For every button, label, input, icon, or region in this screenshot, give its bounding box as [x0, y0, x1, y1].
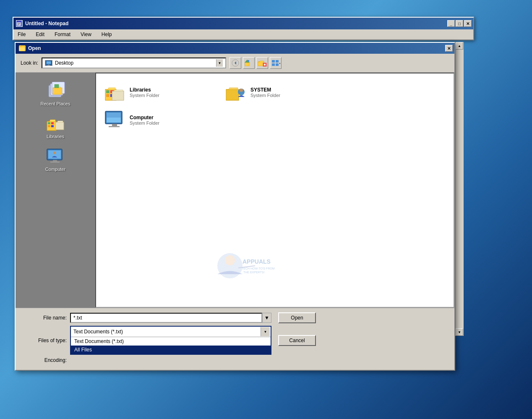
menu-help[interactable]: Help: [100, 31, 114, 38]
bottom-section: File name: ▼ Open Files of type: Text Do…: [21, 312, 449, 363]
look-in-value: Desktop: [55, 60, 214, 66]
files-type-selected[interactable]: Text Documents (*.txt) ▼: [71, 327, 271, 337]
sidebar-item-libraries[interactable]: Libraries: [22, 112, 89, 141]
titlebar-buttons: _ □ ✕: [447, 20, 472, 27]
dialog-scrollbar: ▲ ▼: [455, 42, 464, 336]
back-button[interactable]: [229, 57, 241, 69]
minimize-button[interactable]: _: [447, 20, 455, 27]
files-type-wrapper: Text Documents (*.txt) ▼ Text Documents …: [70, 326, 271, 355]
system-file-icon: [225, 82, 246, 103]
svg-rect-37: [53, 160, 57, 162]
svg-rect-46: [226, 89, 239, 100]
svg-rect-8: [47, 65, 50, 65]
svg-rect-27: [55, 84, 59, 88]
up-button[interactable]: [243, 57, 255, 69]
file-item-libraries[interactable]: Libraries System Folder: [103, 80, 220, 105]
files-type-dropdown: Text Documents (*.txt) All Files: [71, 337, 271, 354]
dialog-bottom: File name: ▼ Open Files of type: Text Do…: [16, 308, 454, 370]
svg-rect-38: [50, 162, 60, 162]
dialog-folder-icon: [19, 45, 26, 51]
svg-rect-18: [272, 60, 275, 63]
svg-rect-30: [51, 122, 54, 124]
sidebar-item-computer[interactable]: Computer: [22, 145, 89, 174]
libraries-label: Libraries: [47, 134, 64, 139]
menu-view[interactable]: View: [79, 31, 93, 38]
new-folder-button[interactable]: [256, 57, 268, 69]
svg-rect-11: [245, 63, 249, 66]
notepad-title: Untitled - Notepad: [25, 21, 68, 26]
dialog-close-button[interactable]: ✕: [445, 45, 453, 52]
file-info-system: SYSTEM System Folder: [250, 87, 280, 98]
look-in-arrow: ▼: [216, 59, 223, 67]
file-info-libraries: Libraries System Folder: [130, 87, 159, 98]
encoding-label: Encoding:: [21, 357, 67, 363]
dialog-title-left: Open: [19, 45, 41, 51]
views-button[interactable]: [270, 57, 282, 69]
sidebar-item-recent-places[interactable]: Recent Places: [22, 79, 89, 109]
libraries-icon-sidebar: [45, 115, 65, 132]
svg-rect-31: [48, 125, 50, 127]
filename-row: File name: ▼ Open: [21, 312, 449, 323]
files-type-container: Text Documents (*.txt) ▼ Text Documents …: [70, 326, 271, 355]
desktop-icon: [45, 60, 52, 66]
file-item-system[interactable]: SYSTEM System Folder: [224, 80, 341, 105]
menu-format[interactable]: Format: [53, 31, 72, 38]
svg-point-55: [225, 255, 235, 265]
notepad-window: Untitled - Notepad _ □ ✕ File Edit Forma…: [13, 17, 474, 40]
filename-dropdown-btn[interactable]: ▼: [262, 313, 271, 323]
notepad-titlebar-left: Untitled - Notepad: [16, 20, 68, 27]
file-info-computer: Computer System Folder: [130, 115, 159, 126]
dialog-title: Open: [28, 45, 41, 51]
cancel-button-wrapper: Cancel: [278, 335, 320, 346]
file-name-libraries: Libraries: [130, 87, 159, 93]
svg-rect-1: [17, 21, 21, 22]
files-type-arrow[interactable]: ▼: [261, 327, 270, 336]
filename-input[interactable]: [70, 313, 262, 323]
dialog-main-area: Libraries System Folder: [95, 73, 454, 308]
svg-text:THE EXPERTS!: THE EXPERTS!: [243, 271, 264, 274]
svg-marker-22: [279, 63, 280, 64]
svg-rect-53: [109, 126, 120, 127]
svg-rect-19: [276, 60, 279, 63]
dropdown-option-all[interactable]: All Files: [71, 346, 271, 354]
svg-point-54: [217, 253, 243, 278]
maximize-button[interactable]: □: [456, 20, 463, 27]
svg-point-48: [240, 89, 243, 92]
file-name-computer: Computer: [130, 115, 159, 120]
svg-rect-33: [55, 122, 64, 130]
file-type-system: System Folder: [250, 93, 280, 98]
svg-rect-29: [48, 122, 50, 124]
menu-edit[interactable]: Edit: [34, 31, 46, 38]
cancel-button[interactable]: Cancel: [278, 335, 316, 346]
look-in-dropdown[interactable]: Desktop ▼: [42, 58, 226, 68]
svg-rect-52: [112, 124, 117, 126]
scrollbar-down[interactable]: ▼: [456, 328, 463, 336]
menu-file[interactable]: File: [16, 31, 27, 38]
scrollbar-up[interactable]: ▲: [456, 42, 463, 50]
files-type-value: Text Documents (*.txt): [73, 329, 261, 335]
svg-line-56: [238, 266, 255, 268]
computer-icon-sidebar: [45, 147, 65, 165]
notepad-menubar: File Edit Format View Help: [13, 29, 473, 39]
recent-places-icon: [45, 82, 65, 100]
encoding-row: Encoding:: [21, 357, 449, 363]
svg-rect-43: [106, 94, 110, 97]
svg-rect-32: [51, 125, 54, 127]
svg-rect-41: [106, 90, 110, 93]
dialog-sidebar: Recent Places: [16, 73, 95, 308]
computer-file-icon: [104, 110, 125, 131]
file-name-system: SYSTEM: [250, 87, 280, 93]
close-button[interactable]: ✕: [464, 20, 472, 27]
look-in-label: Look in:: [21, 60, 38, 66]
open-button[interactable]: Open: [278, 312, 316, 323]
file-type-computer: System Folder: [130, 120, 159, 126]
svg-rect-21: [276, 63, 279, 66]
toolbar-nav-buttons: [229, 57, 282, 69]
dialog-toolbar: Look in: Desktop ▼: [16, 54, 454, 73]
file-item-computer[interactable]: Computer System Folder: [103, 108, 220, 132]
svg-rect-6: [47, 61, 51, 64]
svg-text:APPUALS: APPUALS: [243, 258, 271, 265]
dropdown-option-txt[interactable]: Text Documents (*.txt): [71, 337, 271, 346]
computer-label: Computer: [45, 167, 65, 172]
notepad-titlebar: Untitled - Notepad _ □ ✕: [13, 18, 473, 29]
